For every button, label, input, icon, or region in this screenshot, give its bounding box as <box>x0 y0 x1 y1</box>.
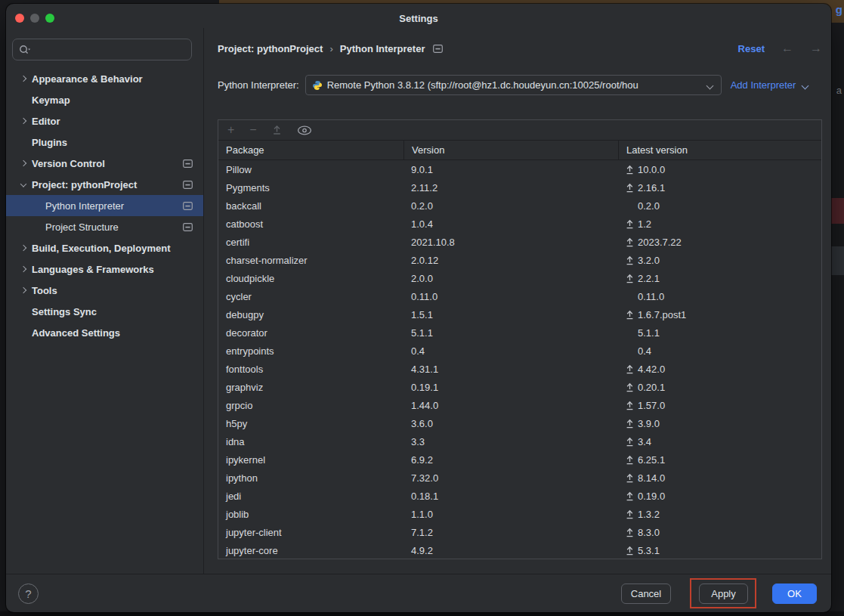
sidebar-item-label: Plugins <box>32 137 67 148</box>
table-row[interactable]: idna 3.3 3.4 <box>218 432 821 450</box>
eye-icon[interactable] <box>297 125 312 135</box>
package-name: ipython <box>218 472 403 484</box>
chevron-icon[interactable] <box>18 153 32 174</box>
package-name: cycler <box>218 291 403 302</box>
sidebar-item[interactable]: Languages & Frameworks <box>6 258 203 280</box>
sidebar-item-label: Project: pythonProject <box>32 179 137 190</box>
table-row[interactable]: cycler 0.11.0 0.11.0 <box>218 287 821 305</box>
interpreter-select[interactable]: Remote Python 3.8.12 (sftp://root@hz1.dc… <box>305 75 722 95</box>
sidebar-item-label: Editor <box>32 116 60 127</box>
sidebar-item[interactable]: Python Interpreter <box>6 195 203 216</box>
chevron-icon[interactable] <box>18 110 32 132</box>
chevron-icon[interactable] <box>18 237 32 258</box>
chevron-down-icon <box>706 81 715 90</box>
package-name: Pillow <box>218 164 403 175</box>
table-row[interactable]: jupyter-core 4.9.2 5.3.1 <box>218 541 821 559</box>
package-name: graphviz <box>218 382 403 393</box>
package-latest-version: 6.25.1 <box>638 454 665 466</box>
package-version: 7.1.2 <box>403 527 618 538</box>
table-row[interactable]: graphviz 0.19.1 0.20.1 <box>218 378 821 396</box>
background-partial-text: g <box>836 3 842 16</box>
sidebar-item[interactable]: Version Control <box>6 153 203 174</box>
uninstall-package-button[interactable]: − <box>249 124 256 136</box>
package-version: 3.6.0 <box>403 418 618 429</box>
table-row[interactable]: jupyter-client 7.1.2 8.3.0 <box>218 523 821 541</box>
table-row[interactable]: charset-normalizer 2.0.12 3.2.0 <box>218 251 821 269</box>
chevron-down-icon <box>800 81 809 90</box>
package-latest-version: 1.6.7.post1 <box>638 309 686 320</box>
sidebar-item[interactable]: Editor <box>6 110 203 132</box>
table-row[interactable]: grpcio 1.44.0 1.57.0 <box>218 396 821 414</box>
sidebar-item-label: Python Interpreter <box>45 200 124 212</box>
column-header-latest[interactable]: Latest version <box>618 141 821 159</box>
chevron-icon[interactable] <box>18 280 32 301</box>
table-row[interactable]: fonttools 4.31.1 4.42.0 <box>218 360 821 378</box>
forward-arrow-icon[interactable]: → <box>810 42 822 55</box>
table-row[interactable]: entrypoints 0.4 0.4 <box>218 342 821 360</box>
package-latest-version: 10.0.0 <box>638 164 665 175</box>
help-button[interactable]: ? <box>18 583 39 604</box>
add-interpreter-button[interactable]: Add Interpreter <box>731 79 810 91</box>
table-row[interactable]: h5py 3.6.0 3.9.0 <box>218 414 821 432</box>
upgrade-arrow-icon <box>626 509 634 519</box>
package-version: 5.1.1 <box>403 327 618 339</box>
table-row[interactable]: decorator 5.1.1 5.1.1 <box>218 323 821 342</box>
sidebar-item-label: Version Control <box>32 158 105 169</box>
sidebar-item[interactable]: Settings Sync <box>6 301 203 322</box>
table-row[interactable]: cloudpickle 2.0.0 2.2.1 <box>218 269 821 287</box>
sidebar-item[interactable]: Keymap <box>6 89 203 110</box>
background-gray-patch <box>831 246 844 275</box>
breadcrumb-project[interactable]: Project: pythonProject <box>218 43 323 54</box>
table-row[interactable]: debugpy 1.5.1 1.6.7.post1 <box>218 305 821 323</box>
chevron-icon[interactable] <box>18 174 32 195</box>
package-name: grpcio <box>218 400 403 411</box>
package-latest-version: 0.19.0 <box>638 491 665 502</box>
sidebar-item[interactable]: Tools <box>6 280 203 301</box>
back-arrow-icon[interactable]: ← <box>781 42 793 55</box>
table-row[interactable]: backcall 0.2.0 0.2.0 <box>218 197 821 215</box>
sidebar-item[interactable]: Advanced Settings <box>6 322 203 343</box>
sidebar-item[interactable]: Project: pythonProject <box>6 174 203 195</box>
settings-search[interactable] <box>12 39 192 60</box>
cancel-button[interactable]: Cancel <box>621 583 671 604</box>
package-latest-version: 2023.7.22 <box>638 237 682 248</box>
sidebar-item[interactable]: Project Structure <box>6 216 203 237</box>
column-header-version[interactable]: Version <box>403 141 618 159</box>
package-latest-version: 2.16.1 <box>638 182 665 193</box>
package-name: backcall <box>218 200 403 212</box>
package-version: 0.4 <box>403 345 618 357</box>
table-row[interactable]: Pygments 2.11.2 2.16.1 <box>218 178 821 197</box>
sidebar-item[interactable]: Build, Execution, Deployment <box>6 237 203 258</box>
table-row[interactable]: Pillow 9.0.1 10.0.0 <box>218 160 821 178</box>
table-row[interactable]: joblib 1.1.0 1.3.2 <box>218 505 821 523</box>
table-row[interactable]: certifi 2021.10.8 2023.7.22 <box>218 233 821 251</box>
search-input[interactable] <box>36 44 185 55</box>
upgrade-arrow-icon <box>626 255 634 265</box>
package-name: idna <box>218 436 403 447</box>
package-latest-version: 5.1.1 <box>638 327 660 339</box>
sidebar-item-label: Appearance & Behavior <box>32 73 143 85</box>
sidebar-item[interactable]: Plugins <box>6 132 203 153</box>
install-package-button[interactable]: + <box>227 124 234 136</box>
table-row[interactable]: ipython 7.32.0 8.14.0 <box>218 469 821 487</box>
table-header: Package Version Latest version <box>218 141 821 160</box>
reset-link[interactable]: Reset <box>738 43 765 54</box>
package-name: Pygments <box>218 182 403 193</box>
package-name: certifi <box>218 237 403 248</box>
ok-button[interactable]: OK <box>772 583 817 604</box>
chevron-icon[interactable] <box>18 258 32 280</box>
upgrade-arrow-icon <box>626 274 634 283</box>
package-version: 6.9.2 <box>403 454 618 466</box>
packages-table: Pillow 9.0.1 10.0.0 <box>218 160 821 559</box>
apply-button[interactable]: Apply <box>699 583 748 604</box>
window-title: Settings <box>6 13 831 24</box>
table-row[interactable]: jedi 0.18.1 0.19.0 <box>218 487 821 505</box>
sidebar-item-label: Settings Sync <box>32 306 97 317</box>
sidebar-item[interactable]: Appearance & Behavior <box>6 68 203 89</box>
table-row[interactable]: catboost 1.0.4 1.2 <box>218 215 821 233</box>
table-row[interactable]: ipykernel 6.9.2 6.25.1 <box>218 450 821 469</box>
upgrade-package-icon[interactable] <box>272 125 282 135</box>
upgrade-arrow-icon <box>626 382 634 392</box>
chevron-icon[interactable] <box>18 68 32 89</box>
column-header-package[interactable]: Package <box>218 141 403 159</box>
